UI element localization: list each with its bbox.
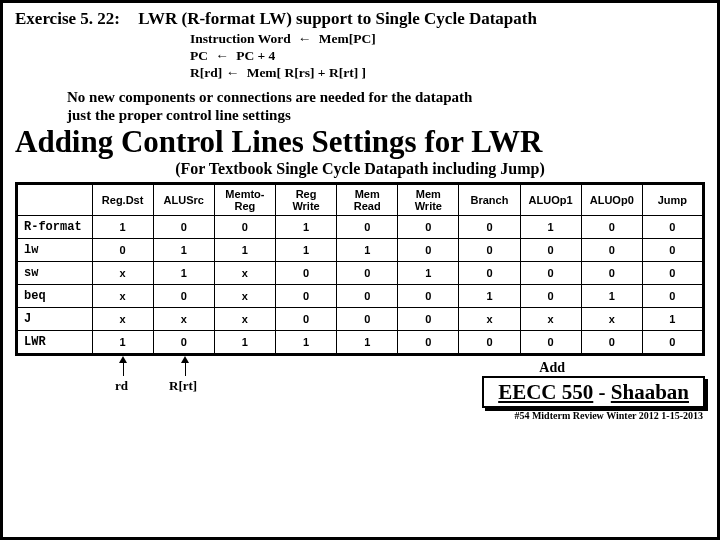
col-header: MemWrite [398,183,459,215]
table-row: lw0111100000 [17,238,704,261]
cell: 0 [153,330,214,354]
col-header: Branch [459,183,520,215]
col-header: ALUOp1 [520,183,581,215]
control-table: Reg.DstALUSrcMemto-RegRegWriteMemReadMem… [15,182,705,356]
cell: 0 [398,238,459,261]
cell: x [214,284,275,307]
cell: 1 [275,238,336,261]
row-name: J [17,307,93,330]
col-header: Reg.Dst [92,183,153,215]
label-add: Add [539,360,565,376]
cell: x [92,307,153,330]
col-header: Jump [642,183,703,215]
row-name: R-format [17,215,93,238]
cell: x [214,307,275,330]
cell: 0 [214,215,275,238]
cell: 0 [337,261,398,284]
cell: 0 [520,284,581,307]
cell: 0 [275,261,336,284]
cell: 0 [520,330,581,354]
cell: 0 [153,284,214,307]
row-name: sw [17,261,93,284]
note-text: No new components or connections are nee… [67,88,705,124]
cell: 1 [92,330,153,354]
col-header: ALUOp0 [581,183,642,215]
course-code: EECC 550 [498,380,593,404]
row-name: beq [17,284,93,307]
rtl-block: Instruction Word ← Mem[PC] PC ← PC + 4 R… [190,31,705,82]
cell: 0 [398,284,459,307]
cell: x [520,307,581,330]
table-row: LWR1011100000 [17,330,704,354]
cell: 0 [459,330,520,354]
cell: 0 [337,307,398,330]
table-row: Jxxx000xxx1 [17,307,704,330]
cell: 1 [214,330,275,354]
cell: 1 [275,330,336,354]
table-row: R-format1001000100 [17,215,704,238]
cell: 0 [398,307,459,330]
cell: 1 [214,238,275,261]
slide-page: Exercise 5. 22: LWR (R-format LW) suppor… [0,0,720,540]
cell: 1 [337,238,398,261]
row-name: lw [17,238,93,261]
rtl-line-1: Instruction Word ← Mem[PC] [190,31,705,48]
rtl-line-3: R[rd] ← Mem[ R[rs] + R[rt] ] [190,65,705,82]
exercise-label: Exercise 5. 22: [15,9,120,29]
cell: 0 [520,261,581,284]
col-header: MemRead [337,183,398,215]
cell: 1 [520,215,581,238]
cell: x [92,261,153,284]
table-row: swx1x0010000 [17,261,704,284]
col-header: RegWrite [275,183,336,215]
cell: 0 [337,284,398,307]
cell: 0 [275,307,336,330]
annotations-area: rd R[rt] Add EECC 550 - Shaaban #54 Midt… [15,356,705,428]
label-rd: rd [115,378,128,394]
col-header: Memto-Reg [214,183,275,215]
cell: 0 [92,238,153,261]
row-name: LWR [17,330,93,354]
col-header-blank [17,183,93,215]
header: Exercise 5. 22: LWR (R-format LW) suppor… [15,9,705,29]
label-rrt: R[rt] [169,378,197,394]
footer-text: #54 Midterm Review Winter 2012 1-15-2013 [514,410,703,421]
arrow-up-rd [123,356,124,374]
cell: 0 [459,261,520,284]
cell: 0 [581,215,642,238]
cell: 0 [581,330,642,354]
subtitle: (For Textbook Single Cycle Datapath incl… [15,160,705,178]
main-heading: Adding Control Lines Settings for LWR [15,124,705,160]
cell: 1 [581,284,642,307]
cell: 0 [459,215,520,238]
cell: x [581,307,642,330]
cell: 0 [275,284,336,307]
cell: 0 [642,215,703,238]
cell: 0 [337,215,398,238]
cell: 1 [92,215,153,238]
cell: 1 [398,261,459,284]
cell: 1 [642,307,703,330]
rtl-line-2: PC ← PC + 4 [190,48,705,65]
cell: x [459,307,520,330]
cell: 0 [398,215,459,238]
cell: 0 [642,330,703,354]
cell: 1 [275,215,336,238]
header-title: LWR (R-format LW) support to Single Cycl… [138,9,537,28]
cell: x [92,284,153,307]
cell: 0 [581,238,642,261]
cell: 0 [642,261,703,284]
cell: 0 [520,238,581,261]
table-row: beqx0x0001010 [17,284,704,307]
cell: 0 [581,261,642,284]
cell: 0 [459,238,520,261]
col-header: ALUSrc [153,183,214,215]
cell: 1 [337,330,398,354]
cell: 0 [642,238,703,261]
arrow-up-rrt [185,356,186,374]
cell: x [214,261,275,284]
course-author: Shaaban [611,380,689,404]
cell: x [153,307,214,330]
cell: 1 [459,284,520,307]
cell: 0 [398,330,459,354]
